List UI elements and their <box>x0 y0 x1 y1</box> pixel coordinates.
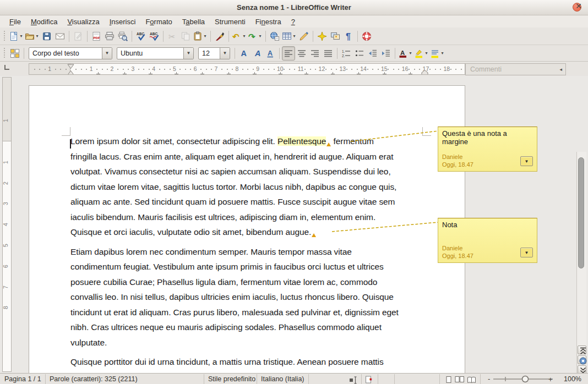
insert-mode-icon[interactable] <box>349 375 357 383</box>
menu-finestra[interactable]: Finestra <box>251 17 286 27</box>
font-size-combobox[interactable]: 12▼ <box>198 47 230 59</box>
close-document-icon[interactable]: ✕ <box>574 1 584 11</box>
align-justified-button[interactable] <box>322 46 335 61</box>
save-button[interactable] <box>40 29 53 43</box>
font-size-combobox-dropdown-icon[interactable]: ▼ <box>220 48 230 59</box>
tab-stop-mark <box>96 72 100 74</box>
align-right-button[interactable] <box>308 46 322 61</box>
zoom-level[interactable]: 100% <box>564 375 581 383</box>
title-bar[interactable]: Senza nome 1 - LibreOffice Writer <box>0 0 588 15</box>
open-button[interactable]: ▾ <box>24 29 40 43</box>
book-view-icon[interactable] <box>467 375 475 383</box>
first-line-indent-marker[interactable] <box>67 64 74 75</box>
underline-button[interactable]: A <box>264 46 277 61</box>
hyperlink-button[interactable] <box>268 29 281 43</box>
font-name-combobox[interactable]: Ubuntu▼ <box>117 47 194 59</box>
zoom-slider-knob[interactable] <box>522 376 529 382</box>
redo-dropdown-icon[interactable]: ▾ <box>258 34 263 39</box>
page-style-status[interactable]: Stile predefinito <box>208 375 255 383</box>
page-number-status[interactable]: Pagina 1 / 1 <box>4 375 41 383</box>
vertical-scrollbar-thumb[interactable] <box>578 157 584 268</box>
menu-tabella[interactable]: Tabella <box>177 17 210 27</box>
background-color-button[interactable]: ▾ <box>429 46 445 61</box>
document-page[interactable]: Lorem ipsum dolor sit amet, consectetur … <box>29 85 465 373</box>
document-modified-icon[interactable]: * <box>364 375 372 383</box>
toolbar-drag-handle[interactable] <box>3 31 7 42</box>
align-center-button[interactable] <box>295 46 308 61</box>
formatting-marks-button[interactable]: ¶ <box>342 29 355 43</box>
print-button[interactable] <box>103 29 116 43</box>
font-name-combobox-dropdown-icon[interactable]: ▼ <box>183 48 193 59</box>
font-color-dropdown-icon[interactable]: ▾ <box>408 51 413 56</box>
bold-button[interactable]: A <box>237 46 251 61</box>
open-dropdown-icon[interactable]: ▾ <box>35 34 40 39</box>
styles-panel-button[interactable] <box>8 46 21 61</box>
previous-page-button[interactable] <box>578 345 586 354</box>
new-document-button[interactable]: ▾ <box>8 29 24 43</box>
paste-dropdown-icon[interactable]: ▾ <box>203 34 208 39</box>
export-pdf-button[interactable]: PDF <box>90 29 103 43</box>
paste-button[interactable]: ▾ <box>192 29 208 43</box>
paragraph-style-combobox-value[interactable]: Corpo del testo <box>29 48 102 59</box>
font-color-button[interactable]: A▾ <box>398 46 413 61</box>
font-name-combobox-value[interactable]: Ubuntu <box>117 48 183 59</box>
toolbar-drag-handle[interactable] <box>3 48 7 59</box>
menu-modifica[interactable]: Modifica <box>26 17 62 27</box>
new-document-dropdown-icon[interactable]: ▾ <box>19 34 24 39</box>
tab-stop-mark <box>279 72 282 74</box>
zoom-slider[interactable]: - + <box>487 374 558 384</box>
note-text[interactable]: Questa è una nota a margine <box>438 127 537 146</box>
menu-?[interactable]: ? <box>286 17 300 27</box>
print-preview-button[interactable] <box>116 29 129 43</box>
auto-spellcheck-button[interactable]: ABC <box>148 29 161 43</box>
italic-button[interactable]: A <box>251 46 264 61</box>
insert-table-dropdown-icon[interactable]: ▾ <box>292 34 297 39</box>
margin-note[interactable]: Questa è una nota a margineDanieleOggi, … <box>438 127 537 172</box>
comments-collapse-icon[interactable]: ◂ <box>559 67 565 72</box>
multi-page-view-icon[interactable] <box>455 375 462 383</box>
paragraph-style-combobox[interactable]: Corpo del testo▼ <box>29 47 112 59</box>
bullet-list-button[interactable] <box>353 46 366 61</box>
menu-formato[interactable]: Formato <box>140 17 177 27</box>
text-run: dictum vitae lorem vitae, sagittis luctu… <box>70 182 396 191</box>
numbered-list-button[interactable]: 1.2. <box>340 46 353 61</box>
highlighting-button[interactable]: ▾ <box>413 46 429 61</box>
decrease-indent-button[interactable] <box>366 46 379 61</box>
vertical-ruler[interactable]: 112345678 <box>2 77 12 372</box>
clone-formatting-button[interactable] <box>213 29 226 43</box>
font-size-combobox-value[interactable]: 12 <box>199 48 220 59</box>
menu-visualizza[interactable]: Visualizza <box>62 17 104 27</box>
increase-indent-button[interactable] <box>379 46 393 61</box>
help-button[interactable] <box>360 29 373 43</box>
paragraph-style-combobox-dropdown-icon[interactable]: ▼ <box>102 48 112 59</box>
tab-type-selector-icon[interactable] <box>4 65 9 70</box>
right-indent-marker[interactable] <box>421 69 428 75</box>
note-text[interactable]: Nota <box>438 218 537 229</box>
menu-strumenti[interactable]: Strumenti <box>210 17 251 27</box>
spellcheck-button[interactable]: ABC <box>134 29 148 43</box>
redo-button[interactable]: ↷▾ <box>247 29 263 43</box>
horizontal-ruler[interactable]: 1123456789101112131415161718 <box>29 63 465 75</box>
navigator-button[interactable] <box>315 29 329 43</box>
menu-file[interactable]: File <box>4 17 26 27</box>
email-button[interactable] <box>53 29 67 43</box>
single-page-view-icon[interactable] <box>444 375 451 383</box>
undo-button[interactable]: ↶▾ <box>231 29 247 43</box>
drawing-button[interactable] <box>297 29 311 43</box>
note-menu-button[interactable]: ▼ <box>520 156 533 166</box>
undo-dropdown-icon[interactable]: ▾ <box>242 34 247 39</box>
note-menu-button[interactable]: ▼ <box>520 248 533 257</box>
align-left-button[interactable] <box>282 46 295 61</box>
word-count-status[interactable]: Parole (caratteri): 325 (2211) <box>50 375 138 383</box>
document-text[interactable]: Lorem ipsum dolor sit amet, consectetur … <box>70 136 434 384</box>
comment-anchor-icon[interactable] <box>312 233 316 237</box>
insert-table-button[interactable]: ▾ <box>281 29 297 43</box>
highlighting-dropdown-icon[interactable]: ▾ <box>424 51 429 56</box>
language-status[interactable]: Italiano (Italia) <box>261 375 304 383</box>
comments-header-button[interactable]: Commenti ◂ <box>465 63 566 75</box>
background-color-dropdown-icon[interactable]: ▾ <box>440 51 445 56</box>
gallery-button[interactable] <box>329 29 342 43</box>
menu-inserisci[interactable]: Inserisci <box>105 17 141 27</box>
margin-note[interactable]: NotaDanieleOggi, 18.47▼ <box>438 218 537 263</box>
navigation-button[interactable] <box>578 355 586 364</box>
